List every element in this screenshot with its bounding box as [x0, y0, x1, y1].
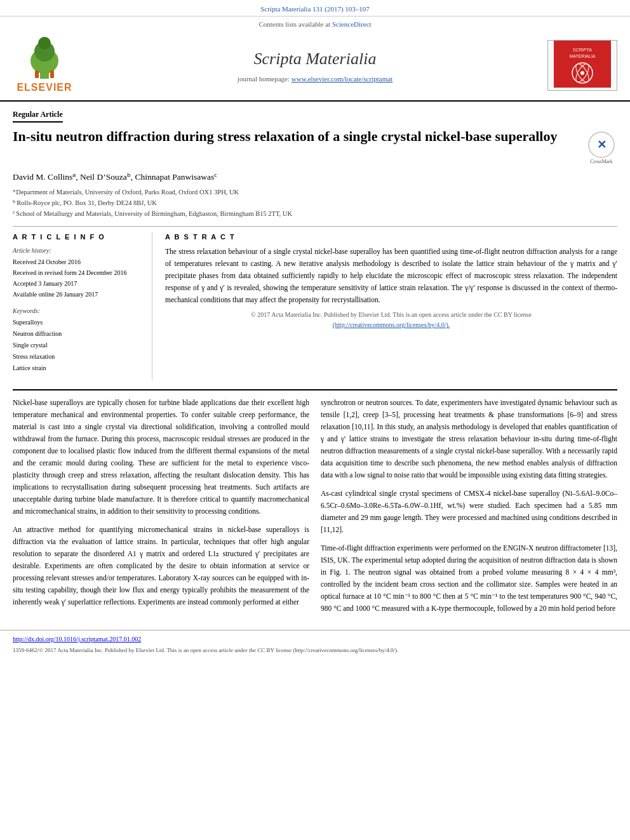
history-label: Article history:	[13, 246, 143, 255]
contents-bar: Contents lists available at ScienceDirec…	[0, 17, 630, 31]
available-date: Available online 26 January 2017	[13, 289, 143, 300]
main-col-left: Nickel-base superalloys are typically ch…	[13, 397, 309, 620]
article-info-col: A R T I C L E I N F O Article history: R…	[13, 232, 152, 381]
cc-link[interactable]: (http://creativecommons.org/licenses/by/…	[333, 321, 450, 328]
journal-name: Scripta Materialia	[89, 46, 541, 71]
contents-text: Contents lists available at	[258, 20, 332, 28]
doi-link[interactable]: http://dx.doi.org/10.1016/j.scriptamat.2…	[13, 636, 141, 643]
cc-line: © 2017 Acta Materialia Inc. Published by…	[165, 310, 617, 331]
main-article-cols: Nickel-base superalloys are typically ch…	[13, 397, 617, 620]
page-container: Scripta Materialia 131 (2017) 103–107 Co…	[0, 0, 630, 657]
sciencedirect-link[interactable]: ScienceDirect	[332, 20, 372, 28]
svg-point-3	[38, 37, 51, 50]
main-p2: An attractive method for quantifying mic…	[13, 524, 309, 608]
homepage-link[interactable]: www.elsevier.com/locate/scriptamat	[292, 75, 392, 83]
crossmark-icon: ✕	[588, 131, 615, 158]
affiliation-2: ᵇ Rolls-Royce plc, PO. Box 31, Derby DE2…	[13, 198, 617, 209]
journal-header: ELSEVIER Scripta Materialia journal home…	[0, 30, 630, 102]
article-title-row: In-situ neutron diffraction during stres…	[13, 128, 617, 166]
keyword-3: Single crystal	[13, 340, 143, 351]
svg-rect-4	[35, 70, 39, 78]
scripta-logo-inner: SCRIPTA MATERIALIA	[551, 40, 613, 91]
abstract-text: The stress relaxation behaviour of a sin…	[165, 246, 617, 331]
svg-rect-5	[50, 70, 54, 78]
svg-text:SCRIPTA: SCRIPTA	[573, 48, 592, 52]
scripta-logo-box: SCRIPTA MATERIALIA	[547, 40, 617, 91]
info-dates: Received 24 October 2016 Received in rev…	[13, 257, 143, 300]
crossmark-label: CrossMark	[590, 158, 613, 166]
article-type: Regular Article	[13, 109, 63, 123]
main-p1: Nickel-base superalloys are typically ch…	[13, 397, 309, 517]
revised-date: Received in revised form 24 December 201…	[13, 267, 143, 278]
article-title: In-situ neutron diffraction during stres…	[13, 128, 579, 146]
affiliations: ᵃ Department of Materials, University of…	[13, 187, 617, 219]
keyword-2: Neutron diffraction	[13, 328, 143, 340]
article-info-abstract-cols: A R T I C L E I N F O Article history: R…	[13, 232, 617, 381]
article-body: Regular Article In-situ neutron diffract…	[0, 102, 630, 621]
elsevier-tree-icon	[16, 36, 73, 80]
top-bar: Scripta Materialia 131 (2017) 103–107	[0, 0, 630, 17]
footer-issn: 1359-6462/© 2017 Acta Materialia Inc. Pu…	[13, 646, 617, 655]
keyword-5: Lattice strain	[13, 363, 143, 374]
scripta-logo-icon: SCRIPTA MATERIALIA	[554, 40, 611, 88]
main-p3: synchrotron or neutron sources. To date,…	[321, 397, 617, 481]
article-info-label: A R T I C L E I N F O	[13, 232, 143, 243]
keywords-block: Keywords: Superalloys Neutron diffractio…	[13, 306, 143, 374]
author-names: David M. Collinsᵃ, Neil D’Souzaᵇ, Chinna…	[13, 172, 217, 182]
journal-homepage: journal homepage: www.elsevier.com/locat…	[89, 74, 541, 84]
journal-title-center: Scripta Materialia journal homepage: www…	[89, 46, 541, 84]
main-p5: Time-of-flight diffraction experiments w…	[321, 542, 617, 615]
crossmark-badge: ✕ CrossMark	[586, 131, 617, 166]
main-col-right: synchrotron or neutron sources. To date,…	[321, 397, 617, 620]
abstract-col: A B S T R A C T The stress relaxation be…	[165, 232, 617, 381]
cc-text: © 2017 Acta Materialia Inc. Published by…	[251, 311, 532, 318]
authors: David M. Collinsᵃ, Neil D’Souzaᵇ, Chinna…	[13, 171, 617, 183]
keyword-4: Stress relaxation	[13, 351, 143, 363]
elsevier-text: ELSEVIER	[17, 80, 72, 95]
affiliation-1: ᵃ Department of Materials, University of…	[13, 187, 617, 198]
elsevier-logo: ELSEVIER	[6, 36, 83, 95]
footer: http://dx.doi.org/10.1016/j.scriptamat.2…	[0, 630, 630, 658]
svg-point-12	[580, 71, 584, 75]
article-history: Article history: Received 24 October 201…	[13, 246, 143, 300]
divider-2	[13, 389, 617, 390]
abstract-label: A B S T R A C T	[165, 232, 617, 243]
accepted-date: Accepted 3 January 2017	[13, 278, 143, 289]
received-date: Received 24 October 2016	[13, 257, 143, 267]
svg-text:MATERIALIA: MATERIALIA	[569, 54, 595, 58]
journal-ref: Scripta Materialia 131 (2017) 103–107	[260, 5, 370, 13]
affiliation-3: ᶜ School of Metallurgy and Materials, Un…	[13, 209, 617, 220]
keyword-1: Superalloys	[13, 317, 143, 328]
abstract-body: The stress relaxation behaviour of a sin…	[165, 246, 617, 306]
main-p4: As-cast cylindrical single crystal speci…	[321, 488, 617, 536]
divider-1	[13, 226, 617, 227]
keywords-label: Keywords:	[13, 306, 143, 316]
footer-doi: http://dx.doi.org/10.1016/j.scriptamat.2…	[13, 634, 617, 644]
homepage-label: journal homepage:	[238, 75, 290, 83]
keyword-list: Superalloys Neutron diffraction Single c…	[13, 317, 143, 374]
